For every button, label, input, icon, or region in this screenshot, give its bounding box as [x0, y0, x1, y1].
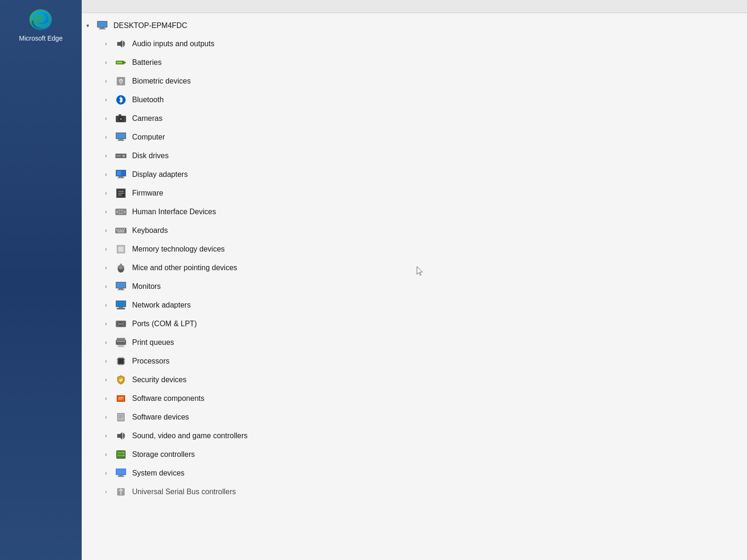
svg-rect-116 — [118, 476, 124, 477]
storage-icon — [114, 449, 127, 460]
svg-rect-44 — [118, 229, 120, 230]
svg-rect-62 — [116, 282, 126, 288]
svg-rect-55 — [118, 246, 124, 252]
system-label: System devices — [132, 468, 184, 478]
svg-rect-100 — [119, 397, 123, 398]
svg-point-74 — [122, 323, 124, 325]
svg-rect-52 — [117, 231, 125, 232]
display-icon — [114, 169, 127, 180]
storage-chevron: › — [105, 451, 112, 459]
software-components-icon — [114, 393, 127, 404]
mice-icon — [114, 262, 127, 273]
svg-rect-60 — [120, 264, 122, 266]
software-devices-icon — [114, 412, 127, 423]
svg-point-78 — [123, 325, 124, 326]
svg-point-77 — [118, 325, 119, 326]
memory-label: Memory technology devices — [132, 244, 225, 254]
firmware-label: Firmware — [132, 188, 163, 198]
bluetooth-icon — [114, 94, 127, 105]
memory-chevron: › — [105, 245, 112, 253]
tree-item-biometric[interactable]: › Biometric devices — [82, 72, 747, 91]
title-bar — [82, 0, 747, 13]
tree-item-storage[interactable]: › Storage controllers — [82, 445, 747, 464]
tree-item-memory[interactable]: › Memory technology devices — [82, 240, 747, 259]
tree-item-network[interactable]: › Network adapters — [82, 296, 747, 315]
software-devices-label: Software devices — [132, 412, 189, 422]
taskbar-sidebar: Microsoft Edge — [0, 0, 82, 560]
software-devices-chevron: › — [105, 413, 112, 421]
tree-item-security[interactable]: › Security devices — [82, 371, 747, 389]
biometric-chevron: › — [105, 77, 112, 85]
root-chevron: ▾ — [86, 22, 93, 30]
batteries-icon — [114, 57, 127, 68]
security-chevron: › — [105, 376, 112, 384]
edge-app-icon[interactable]: Microsoft Edge — [19, 7, 63, 42]
svg-rect-81 — [117, 341, 125, 342]
tree-item-keyboards[interactable]: › Keyboar — [82, 221, 747, 240]
svg-rect-18 — [119, 139, 123, 140]
computer-icon — [96, 20, 109, 31]
svg-rect-115 — [119, 475, 123, 476]
svg-rect-50 — [120, 230, 122, 231]
tree-item-sound[interactable]: › Sound, video and game controllers — [82, 427, 747, 445]
tree-item-computer[interactable]: › Computer — [82, 128, 747, 147]
tree-item-print[interactable]: › Print queues — [82, 333, 747, 352]
svg-rect-29 — [118, 177, 124, 178]
tree-item-audio[interactable]: › Audio inputs and outputs — [82, 35, 747, 53]
monitors-icon — [114, 281, 127, 292]
bluetooth-chevron: › — [105, 96, 112, 104]
svg-rect-80 — [116, 340, 126, 345]
memory-icon — [114, 244, 127, 255]
processors-label: Processors — [132, 356, 169, 366]
system-icon — [114, 468, 127, 479]
tree-content: ▾ DESKTOP-EPM4FDC › — [82, 13, 747, 560]
audio-label: Audio inputs and outputs — [132, 39, 214, 49]
software-components-chevron: › — [105, 395, 112, 403]
svg-rect-49 — [118, 230, 120, 231]
tree-root[interactable]: ▾ DESKTOP-EPM4FDC — [82, 17, 747, 35]
usb-label: Universal Serial Bus controllers — [132, 487, 236, 497]
ports-label: Ports (COM & LPT) — [132, 319, 197, 329]
tree-item-system[interactable]: › System devices — [82, 464, 747, 483]
system-chevron: › — [105, 469, 112, 477]
tree-item-batteries[interactable]: › Batteries — [82, 53, 747, 72]
tree-item-disk[interactable]: › Disk drives — [82, 147, 747, 165]
processors-icon — [114, 356, 127, 367]
svg-rect-67 — [119, 307, 123, 308]
network-label: Network adapters — [132, 300, 190, 310]
svg-point-14 — [120, 119, 122, 120]
display-label: Display adapters — [132, 169, 188, 180]
firmware-chevron: › — [105, 189, 112, 197]
network-icon — [114, 300, 127, 311]
hid-icon — [114, 206, 127, 217]
tree-item-hid[interactable]: › Human Interface Devices — [82, 203, 747, 221]
print-icon — [114, 337, 127, 348]
tree-item-software-components[interactable]: › Software components — [82, 389, 747, 408]
cameras-icon — [114, 113, 127, 124]
edge-label: Microsoft Edge — [19, 35, 63, 42]
svg-point-72 — [119, 323, 120, 325]
svg-rect-7 — [124, 62, 126, 63]
svg-point-40 — [121, 213, 123, 214]
tree-item-ports[interactable]: › Ports (COM & LPT) — [82, 315, 747, 333]
svg-point-41 — [124, 211, 126, 213]
svg-rect-64 — [118, 289, 124, 290]
tree-item-software-devices[interactable]: › Software devices — [82, 408, 747, 427]
tree-item-bluetooth[interactable]: › Bluetooth — [82, 91, 747, 109]
tree-item-mice[interactable]: › Mice and other pointing devices — [82, 259, 747, 277]
tree-item-monitors[interactable]: › Monitors — [82, 277, 747, 296]
tree-item-firmware[interactable]: › Firmware — [82, 184, 747, 203]
tree-item-cameras[interactable]: › Cameras — [82, 109, 747, 128]
tree-item-display[interactable]: › Display adapters — [82, 165, 747, 184]
svg-rect-83 — [119, 346, 123, 347]
audio-chevron: › — [105, 40, 112, 48]
tree-item-usb[interactable]: › Universal Serial Bus controllers — [82, 483, 747, 501]
svg-point-75 — [118, 322, 119, 323]
desktop: Microsoft Edge ▾ DESKTOP-EPM4FDC — [0, 0, 747, 560]
disk-chevron: › — [105, 152, 112, 160]
biometric-icon — [114, 76, 127, 87]
svg-rect-66 — [116, 301, 126, 307]
batteries-label: Batteries — [132, 57, 162, 68]
svg-rect-47 — [124, 229, 125, 230]
tree-item-processors[interactable]: › — [82, 352, 747, 371]
